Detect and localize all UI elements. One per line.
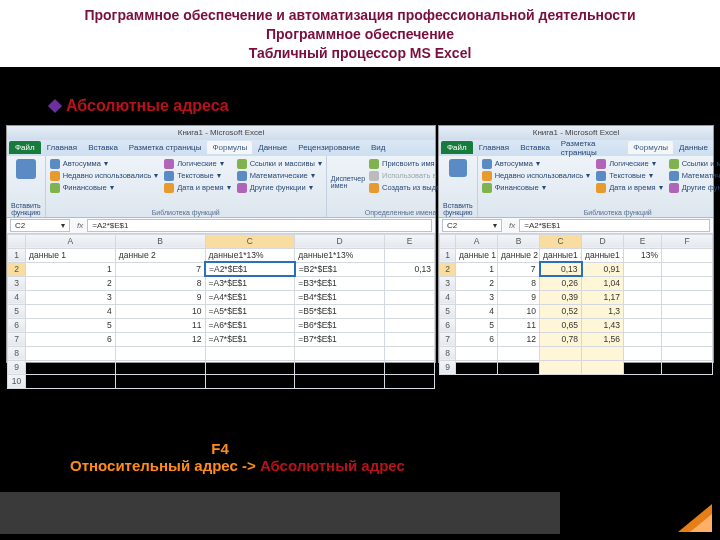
cell[interactable]: 0,52 xyxy=(540,304,582,318)
cell[interactable] xyxy=(115,374,205,388)
cell[interactable] xyxy=(385,332,435,346)
cell[interactable] xyxy=(582,360,624,374)
cell[interactable]: 7 xyxy=(498,262,540,276)
cell[interactable] xyxy=(205,374,295,388)
tab-view[interactable]: Вид xyxy=(366,141,390,154)
cell[interactable]: 11 xyxy=(498,318,540,332)
fx-label[interactable]: fx xyxy=(505,221,519,230)
cell[interactable]: 10 xyxy=(115,304,205,318)
cell[interactable] xyxy=(662,332,713,346)
cell[interactable]: =A5*$E$1 xyxy=(205,304,295,318)
tab-file[interactable]: Файл xyxy=(441,141,473,154)
cell[interactable]: 1,56 xyxy=(582,332,624,346)
cell[interactable] xyxy=(540,346,582,360)
cell[interactable] xyxy=(662,318,713,332)
cell[interactable] xyxy=(662,304,713,318)
fx-label[interactable]: fx xyxy=(73,221,87,230)
cell[interactable] xyxy=(205,360,295,374)
cell[interactable] xyxy=(624,262,662,276)
btn-recent[interactable]: Недавно использовались ▾ xyxy=(482,171,590,181)
cell[interactable]: =B3*$E$1 xyxy=(295,276,385,290)
tab-formulas[interactable]: Формулы xyxy=(207,141,252,154)
col-B[interactable]: B xyxy=(498,234,540,248)
cell[interactable]: 2 xyxy=(26,276,116,290)
cell[interactable] xyxy=(385,374,435,388)
cell[interactable]: 3 xyxy=(456,290,498,304)
col-F[interactable]: F xyxy=(662,234,713,248)
cell[interactable] xyxy=(115,346,205,360)
cell[interactable]: 3 xyxy=(26,290,116,304)
cell[interactable] xyxy=(385,304,435,318)
btn-logical[interactable]: Логические ▾ xyxy=(596,159,663,169)
cell[interactable] xyxy=(624,276,662,290)
worksheet-grid-left[interactable]: A B C D E 1 данные 1 данные 2 данные1*13… xyxy=(7,234,435,389)
cell[interactable]: 9 xyxy=(498,290,540,304)
cell[interactable]: данные 1 xyxy=(26,248,116,262)
col-C[interactable]: C xyxy=(540,234,582,248)
cell[interactable]: 4 xyxy=(456,304,498,318)
tab-data[interactable]: Данные xyxy=(674,141,713,154)
tab-home[interactable]: Главная xyxy=(42,141,82,154)
btn-other[interactable]: Другие функции ▾ xyxy=(669,183,720,193)
cell[interactable]: 7 xyxy=(115,262,205,276)
cell[interactable]: =B6*$E$1 xyxy=(295,318,385,332)
cell[interactable] xyxy=(662,346,713,360)
cell[interactable] xyxy=(456,346,498,360)
cell[interactable] xyxy=(624,360,662,374)
cell[interactable]: 0,13 xyxy=(540,262,582,276)
cell[interactable]: =A3*$E$1 xyxy=(205,276,295,290)
name-box[interactable]: C2▾ xyxy=(10,219,70,232)
btn-lookup[interactable]: Ссылки и массивы ▾ xyxy=(237,159,322,169)
cell[interactable] xyxy=(624,318,662,332)
tab-layout[interactable]: Разметка страницы xyxy=(124,141,207,154)
cell[interactable]: 0,26 xyxy=(540,276,582,290)
cell[interactable]: =B4*$E$1 xyxy=(295,290,385,304)
btn-math[interactable]: Математические ▾ xyxy=(237,171,322,181)
cell[interactable] xyxy=(662,360,713,374)
btn-financial[interactable]: Финансовые ▾ xyxy=(50,183,158,193)
cell[interactable] xyxy=(662,276,713,290)
cell[interactable]: 6 xyxy=(456,332,498,346)
cell[interactable]: 2 xyxy=(456,276,498,290)
cell[interactable]: 4 xyxy=(26,304,116,318)
cell[interactable]: 11 xyxy=(115,318,205,332)
cell[interactable] xyxy=(624,304,662,318)
cell[interactable] xyxy=(540,360,582,374)
cell[interactable] xyxy=(385,248,435,262)
cell[interactable]: =A7*$E$1 xyxy=(205,332,295,346)
btn-text[interactable]: Текстовые ▾ xyxy=(596,171,663,181)
cell[interactable] xyxy=(498,346,540,360)
cell[interactable]: 5 xyxy=(26,318,116,332)
cell[interactable]: =A6*$E$1 xyxy=(205,318,295,332)
fx-icon[interactable] xyxy=(449,159,467,177)
cell[interactable]: 6 xyxy=(26,332,116,346)
cell[interactable] xyxy=(385,276,435,290)
cell[interactable]: =B7*$E$1 xyxy=(295,332,385,346)
cell[interactable]: 1,43 xyxy=(582,318,624,332)
cell[interactable] xyxy=(26,360,116,374)
col-D[interactable]: D xyxy=(295,234,385,248)
cell[interactable]: 0,78 xyxy=(540,332,582,346)
cell[interactable] xyxy=(26,374,116,388)
cell[interactable]: =A4*$E$1 xyxy=(205,290,295,304)
cell[interactable] xyxy=(662,290,713,304)
col-E[interactable]: E xyxy=(624,234,662,248)
col-E[interactable]: E xyxy=(385,234,435,248)
cell[interactable]: данные1*13% xyxy=(205,248,295,262)
cell[interactable] xyxy=(26,346,116,360)
cell[interactable] xyxy=(624,346,662,360)
col-A[interactable]: A xyxy=(26,234,116,248)
cell[interactable] xyxy=(295,374,385,388)
col-A[interactable]: A xyxy=(456,234,498,248)
btn-other[interactable]: Другие функции ▾ xyxy=(237,183,322,193)
tab-insert[interactable]: Вставка xyxy=(515,141,555,154)
cell[interactable] xyxy=(385,318,435,332)
cell[interactable]: 10 xyxy=(498,304,540,318)
cell[interactable] xyxy=(624,290,662,304)
col-B[interactable]: B xyxy=(115,234,205,248)
cell[interactable] xyxy=(295,346,385,360)
cell[interactable]: =A2*$E$1 xyxy=(205,262,295,276)
btn-autosum[interactable]: Автосумма ▾ xyxy=(50,159,158,169)
cell[interactable]: =B2*$E$1 xyxy=(295,262,385,276)
btn-text[interactable]: Текстовые ▾ xyxy=(164,171,231,181)
